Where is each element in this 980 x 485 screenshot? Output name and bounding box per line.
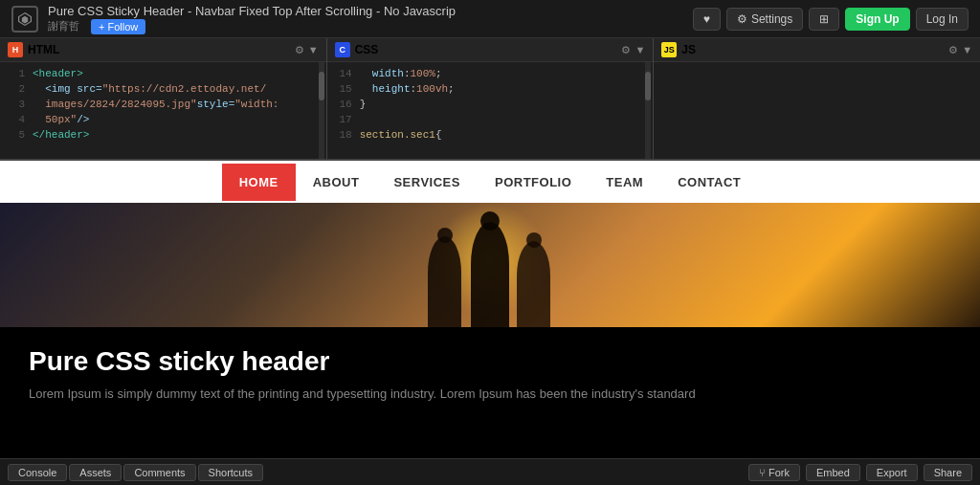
tab-assets[interactable]: Assets — [69, 464, 122, 481]
code-line: 1<header> — [8, 66, 319, 81]
login-button[interactable]: Log In — [916, 8, 969, 31]
code-line: 15 height: 100vh; — [335, 81, 646, 97]
heart-button[interactable]: ♥ — [693, 8, 721, 31]
top-bar-actions: ♥ ⚙ Settings ⊞ Sign Up Log In — [693, 8, 969, 31]
js-editor-panel: JS JS ⚙ ▼ — [654, 38, 980, 159]
code-line: 2 <img src="https://cdn2.ettoday.net/ — [8, 81, 319, 97]
nav-item-portfolio[interactable]: PORTFOLIO — [478, 164, 589, 201]
gear-icon: ⚙ — [737, 12, 747, 26]
page-title: Pure CSS Sticky Header - Navbar Fixed To… — [48, 4, 693, 18]
js-chevron-icon[interactable]: ▼ — [962, 44, 972, 55]
html-lang-label: H HTML — [8, 42, 59, 57]
editor-area: H HTML ⚙ ▼ 1<header> 2 <img src="https:/… — [0, 38, 980, 161]
js-editor-controls: ⚙ ▼ — [948, 44, 972, 56]
html-editor-header: H HTML ⚙ ▼ — [0, 38, 326, 62]
js-editor-header: JS JS ⚙ ▼ — [654, 38, 980, 62]
preview-area: HOME ABOUT SERVICES PORTFOLIO TEAM CONTA… — [0, 161, 980, 485]
tab-shortcuts[interactable]: Shortcuts — [198, 464, 263, 481]
top-bar: Pure CSS Sticky Header - Navbar Fixed To… — [0, 0, 980, 38]
content-section: Pure CSS sticky header Lorem Ipsum is si… — [0, 327, 980, 413]
nav-item-team[interactable]: TEAM — [589, 164, 660, 201]
bottom-bar: Console Assets Comments Shortcuts ⑂ Fork… — [0, 458, 980, 485]
person-left — [428, 236, 461, 327]
html-editor-controls: ⚙ ▼ — [295, 44, 319, 56]
css-lang-label: C CSS — [335, 42, 379, 57]
bottom-actions: ⑂ Fork Embed Export Share — [748, 464, 972, 481]
code-line: 17 — [335, 112, 646, 127]
js-settings-icon[interactable]: ⚙ — [948, 44, 958, 56]
css-chevron-icon[interactable]: ▼ — [635, 44, 645, 55]
bottom-tabs: Console Assets Comments Shortcuts — [8, 464, 263, 481]
html-badge: H — [8, 42, 23, 57]
js-editor-body[interactable] — [654, 62, 980, 159]
code-line: 18section.sec1 { — [335, 127, 646, 143]
svg-marker-1 — [22, 15, 28, 23]
code-line: 3 images/2824/2824095.jpg" style="width: — [8, 97, 319, 112]
html-settings-icon[interactable]: ⚙ — [295, 44, 304, 56]
code-line: 16} — [335, 97, 646, 112]
js-badge: JS — [661, 42, 677, 57]
css-editor-header: C CSS ⚙ ▼ — [327, 38, 654, 62]
tab-console[interactable]: Console — [8, 464, 67, 481]
nav-items: HOME ABOUT SERVICES PORTFOLIO TEAM CONTA… — [222, 164, 759, 201]
export-button[interactable]: Export — [866, 464, 918, 481]
nav-item-home[interactable]: HOME — [222, 164, 296, 201]
grid-icon: ⊞ — [819, 12, 829, 26]
logo — [11, 6, 38, 33]
author-name: 謝育哲 — [48, 19, 79, 33]
code-line: 4 50px"/> — [8, 112, 319, 127]
nav-item-contact[interactable]: CONTACT — [660, 164, 758, 201]
html-editor-panel: H HTML ⚙ ▼ 1<header> 2 <img src="https:/… — [0, 38, 327, 159]
heart-icon: ♥ — [703, 12, 710, 26]
embed-button[interactable]: Embed — [806, 464, 860, 481]
content-body: Lorem Ipsum is simply dummy text of the … — [29, 385, 951, 404]
fork-icon: ⑂ — [759, 467, 766, 478]
code-line: 5</header> — [8, 127, 319, 143]
share-button[interactable]: Share — [924, 464, 972, 481]
grid-button[interactable]: ⊞ — [809, 8, 839, 31]
css-editor-panel: C CSS ⚙ ▼ 14 width: 100%; 15 height: 100… — [327, 38, 655, 159]
hero-image — [0, 203, 980, 327]
html-editor-body[interactable]: 1<header> 2 <img src="https://cdn2.ettod… — [0, 62, 326, 159]
code-line: 14 width: 100%; — [335, 66, 646, 81]
follow-button[interactable]: + Follow — [91, 19, 145, 34]
css-badge: C — [335, 42, 350, 57]
fork-button[interactable]: ⑂ Fork — [748, 464, 800, 481]
html-chevron-icon[interactable]: ▼ — [308, 44, 319, 55]
person-right — [517, 241, 550, 327]
css-editor-body[interactable]: 14 width: 100%; 15 height: 100vh; 16} 17… — [327, 62, 654, 159]
css-settings-icon[interactable]: ⚙ — [621, 44, 631, 56]
preview-nav: HOME ABOUT SERVICES PORTFOLIO TEAM CONTA… — [0, 161, 980, 203]
signup-button[interactable]: Sign Up — [845, 8, 909, 31]
js-lang-label: JS JS — [661, 42, 696, 57]
content-title: Pure CSS sticky header — [29, 346, 951, 377]
person-center — [471, 222, 509, 327]
settings-button[interactable]: ⚙ Settings — [726, 8, 803, 31]
tab-comments[interactable]: Comments — [123, 464, 195, 481]
css-editor-controls: ⚙ ▼ — [621, 44, 645, 56]
nav-item-about[interactable]: ABOUT — [296, 164, 377, 201]
nav-item-services[interactable]: SERVICES — [376, 164, 478, 201]
